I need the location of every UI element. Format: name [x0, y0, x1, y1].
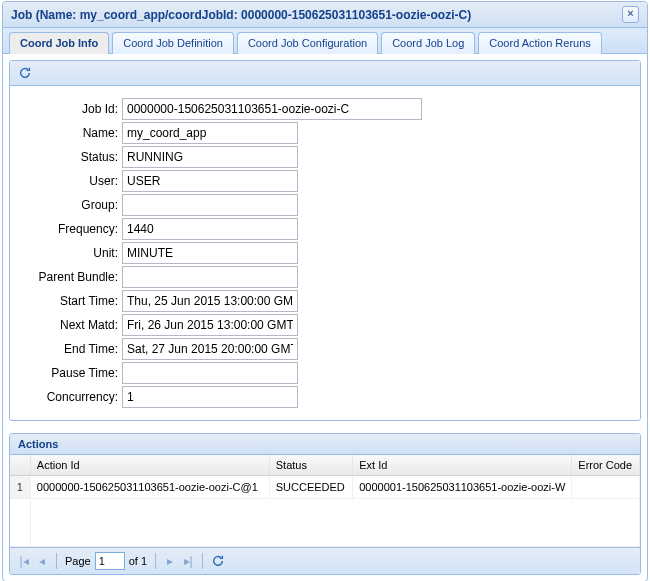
separator: [155, 553, 156, 569]
page-label: Page: [65, 555, 91, 567]
actions-title: Actions: [10, 434, 640, 455]
actions-columns: Action Id Status Ext Id Error Code: [10, 455, 640, 476]
first-page-icon[interactable]: |◂: [16, 552, 32, 570]
input-pause-time[interactable]: [122, 362, 298, 384]
input-end-time[interactable]: [122, 338, 298, 360]
info-form: Job Id:Name:Status:User:Group:Frequency:…: [10, 86, 640, 420]
tab-content: Job Id:Name:Status:User:Group:Frequency:…: [3, 54, 647, 427]
tabs: Coord Job Info Coord Job Definition Coor…: [3, 28, 647, 54]
input-job-id[interactable]: [122, 98, 422, 120]
tab-coord-job-definition[interactable]: Coord Job Definition: [112, 32, 234, 54]
actions-grid: Action Id Status Ext Id Error Code 1 000…: [10, 455, 640, 547]
input-status[interactable]: [122, 146, 298, 168]
label-concurrency: Concurrency:: [10, 390, 122, 404]
close-icon[interactable]: ×: [622, 6, 639, 23]
cell-action-id: 0000000-150625031103651-oozie-oozi-C@1: [30, 476, 269, 499]
col-rownum[interactable]: [10, 455, 30, 476]
col-action-id[interactable]: Action Id: [30, 455, 269, 476]
actions-panel: Actions Action Id Status Ext Id Error Co…: [9, 433, 641, 575]
label-name: Name:: [10, 126, 122, 140]
label-status: Status:: [10, 150, 122, 164]
input-start-time[interactable]: [122, 290, 298, 312]
input-parent-bundle[interactable]: [122, 266, 298, 288]
window-titlebar: Job (Name: my_coord_app/coordJobId: 0000…: [3, 2, 647, 28]
job-window: Job (Name: my_coord_app/coordJobId: 0000…: [2, 1, 648, 581]
input-unit[interactable]: [122, 242, 298, 264]
refresh-icon[interactable]: [209, 552, 227, 570]
cell-rownum: 1: [10, 476, 30, 499]
actions-grid-scroll[interactable]: Action Id Status Ext Id Error Code 1 000…: [10, 455, 640, 547]
col-error-code[interactable]: Error Code: [572, 455, 640, 476]
last-page-icon[interactable]: ▸|: [180, 552, 196, 570]
prev-page-icon[interactable]: ◂: [34, 552, 50, 570]
form-row-group: Group:: [10, 194, 630, 216]
page-number-input[interactable]: [95, 552, 125, 570]
label-pause-time: Pause Time:: [10, 366, 122, 380]
form-row-name: Name:: [10, 122, 630, 144]
label-job-id: Job Id:: [10, 102, 122, 116]
label-group: Group:: [10, 198, 122, 212]
label-unit: Unit:: [10, 246, 122, 260]
input-name[interactable]: [122, 122, 298, 144]
form-row-parent-bundle: Parent Bundle:: [10, 266, 630, 288]
form-row-pause-time: Pause Time:: [10, 362, 630, 384]
label-next-matd: Next Matd:: [10, 318, 122, 332]
label-parent-bundle: Parent Bundle:: [10, 270, 122, 284]
form-row-unit: Unit:: [10, 242, 630, 264]
cell-status: SUCCEEDED: [269, 476, 352, 499]
info-panel: Job Id:Name:Status:User:Group:Frequency:…: [9, 60, 641, 421]
form-row-frequency: Frequency:: [10, 218, 630, 240]
cell-error-code: [572, 476, 640, 499]
input-concurrency[interactable]: [122, 386, 298, 408]
label-user: User:: [10, 174, 122, 188]
input-next-matd[interactable]: [122, 314, 298, 336]
form-row-next-matd: Next Matd:: [10, 314, 630, 336]
next-page-icon[interactable]: ▸: [162, 552, 178, 570]
label-start-time: Start Time:: [10, 294, 122, 308]
label-frequency: Frequency:: [10, 222, 122, 236]
form-row-user: User:: [10, 170, 630, 192]
separator: [202, 553, 203, 569]
tab-coord-job-log[interactable]: Coord Job Log: [381, 32, 475, 54]
input-group[interactable]: [122, 194, 298, 216]
form-row-start-time: Start Time:: [10, 290, 630, 312]
form-row-concurrency: Concurrency:: [10, 386, 630, 408]
cell-ext-id: 0000001-150625031103651-oozie-oozi-W: [353, 476, 572, 499]
tab-coord-job-configuration[interactable]: Coord Job Configuration: [237, 32, 378, 54]
separator: [56, 553, 57, 569]
window-title: Job (Name: my_coord_app/coordJobId: 0000…: [11, 8, 622, 22]
form-row-job-id: Job Id:: [10, 98, 630, 120]
col-status[interactable]: Status: [269, 455, 352, 476]
info-toolbar: [10, 61, 640, 86]
actions-pager: |◂ ◂ Page of 1 ▸ ▸|: [10, 547, 640, 574]
form-row-end-time: End Time:: [10, 338, 630, 360]
tab-coord-job-info[interactable]: Coord Job Info: [9, 32, 109, 54]
input-frequency[interactable]: [122, 218, 298, 240]
label-end-time: End Time:: [10, 342, 122, 356]
form-row-status: Status:: [10, 146, 630, 168]
table-row[interactable]: 1 0000000-150625031103651-oozie-oozi-C@1…: [10, 476, 640, 499]
input-user[interactable]: [122, 170, 298, 192]
page-of-label: of 1: [129, 555, 147, 567]
refresh-icon[interactable]: [16, 64, 34, 82]
table-row: [10, 499, 640, 547]
tab-coord-action-reruns[interactable]: Coord Action Reruns: [478, 32, 602, 54]
col-ext-id[interactable]: Ext Id: [353, 455, 572, 476]
